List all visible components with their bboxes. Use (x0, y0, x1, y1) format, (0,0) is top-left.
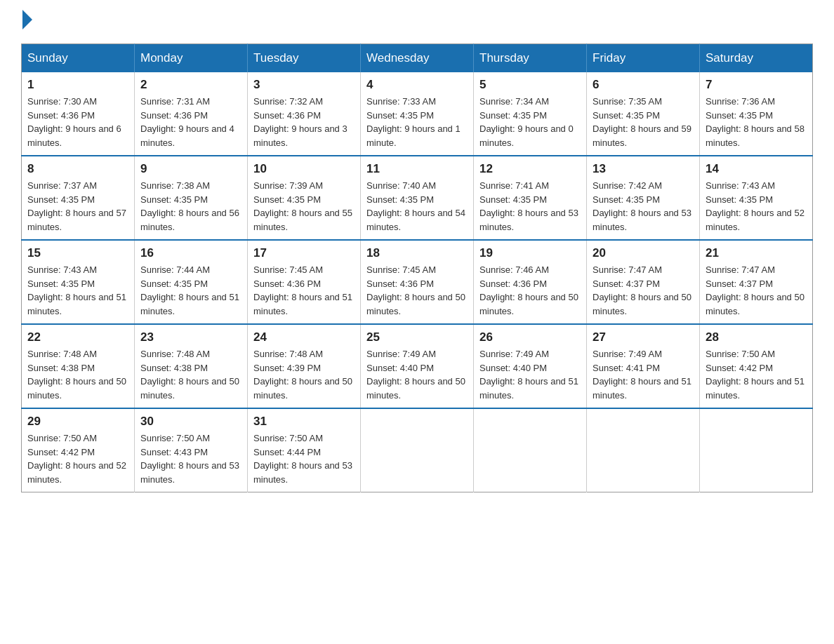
calendar-header-row: SundayMondayTuesdayWednesdayThursdayFrid… (22, 44, 813, 73)
calendar-cell: 20 Sunrise: 7:47 AMSunset: 4:37 PMDaylig… (587, 240, 700, 324)
day-number: 17 (253, 246, 355, 260)
day-info: Sunrise: 7:43 AMSunset: 4:35 PMDaylight:… (706, 179, 807, 234)
day-info: Sunrise: 7:45 AMSunset: 4:36 PMDaylight:… (253, 263, 355, 318)
calendar-cell: 25 Sunrise: 7:49 AMSunset: 4:40 PMDaylig… (361, 324, 474, 408)
day-number: 4 (366, 78, 468, 92)
day-info: Sunrise: 7:37 AMSunset: 4:35 PMDaylight:… (27, 179, 128, 234)
calendar-cell (700, 408, 813, 492)
calendar-cell: 15 Sunrise: 7:43 AMSunset: 4:35 PMDaylig… (22, 240, 135, 324)
day-info: Sunrise: 7:32 AMSunset: 4:36 PMDaylight:… (253, 95, 355, 149)
calendar-cell: 9 Sunrise: 7:38 AMSunset: 4:35 PMDayligh… (135, 156, 248, 240)
day-number: 25 (366, 330, 468, 344)
day-info: Sunrise: 7:49 AMSunset: 4:41 PMDaylight:… (593, 347, 694, 402)
day-info: Sunrise: 7:47 AMSunset: 4:37 PMDaylight:… (593, 263, 694, 318)
day-number: 21 (706, 246, 807, 260)
day-number: 9 (140, 162, 241, 176)
day-info: Sunrise: 7:36 AMSunset: 4:35 PMDaylight:… (706, 95, 807, 149)
day-number: 30 (140, 415, 241, 429)
calendar-cell: 17 Sunrise: 7:45 AMSunset: 4:36 PMDaylig… (248, 240, 361, 324)
calendar-cell (587, 408, 700, 492)
calendar-cell: 10 Sunrise: 7:39 AMSunset: 4:35 PMDaylig… (248, 156, 361, 240)
calendar-cell: 18 Sunrise: 7:45 AMSunset: 4:36 PMDaylig… (361, 240, 474, 324)
day-info: Sunrise: 7:50 AMSunset: 4:42 PMDaylight:… (706, 347, 807, 402)
day-number: 29 (27, 415, 128, 429)
calendar-cell: 5 Sunrise: 7:34 AMSunset: 4:35 PMDayligh… (474, 72, 587, 156)
calendar-cell: 23 Sunrise: 7:48 AMSunset: 4:38 PMDaylig… (135, 324, 248, 408)
day-number: 5 (479, 78, 581, 92)
day-number: 2 (140, 78, 241, 92)
day-info: Sunrise: 7:46 AMSunset: 4:36 PMDaylight:… (479, 263, 581, 318)
day-info: Sunrise: 7:43 AMSunset: 4:35 PMDaylight:… (27, 263, 128, 318)
day-number: 18 (366, 246, 468, 260)
day-info: Sunrise: 7:50 AMSunset: 4:42 PMDaylight:… (27, 431, 128, 486)
calendar-cell: 27 Sunrise: 7:49 AMSunset: 4:41 PMDaylig… (587, 324, 700, 408)
day-number: 3 (253, 78, 355, 92)
calendar-cell: 16 Sunrise: 7:44 AMSunset: 4:35 PMDaylig… (135, 240, 248, 324)
day-info: Sunrise: 7:50 AMSunset: 4:44 PMDaylight:… (253, 431, 355, 486)
day-number: 13 (593, 162, 694, 176)
day-info: Sunrise: 7:48 AMSunset: 4:38 PMDaylight:… (27, 347, 128, 402)
calendar-cell: 12 Sunrise: 7:41 AMSunset: 4:35 PMDaylig… (474, 156, 587, 240)
day-number: 10 (253, 162, 355, 176)
day-info: Sunrise: 7:50 AMSunset: 4:43 PMDaylight:… (140, 431, 241, 486)
calendar-cell: 4 Sunrise: 7:33 AMSunset: 4:35 PMDayligh… (361, 72, 474, 156)
day-number: 8 (27, 162, 128, 176)
day-number: 14 (706, 162, 807, 176)
calendar-cell: 24 Sunrise: 7:48 AMSunset: 4:39 PMDaylig… (248, 324, 361, 408)
calendar-header-wednesday: Wednesday (361, 44, 474, 73)
calendar-week-row: 22 Sunrise: 7:48 AMSunset: 4:38 PMDaylig… (22, 324, 813, 408)
calendar-header-monday: Monday (135, 44, 248, 73)
calendar-week-row: 29 Sunrise: 7:50 AMSunset: 4:42 PMDaylig… (22, 408, 813, 492)
calendar-cell (474, 408, 587, 492)
day-info: Sunrise: 7:42 AMSunset: 4:35 PMDaylight:… (593, 179, 694, 234)
day-number: 26 (479, 330, 581, 344)
day-number: 15 (27, 246, 128, 260)
calendar-week-row: 8 Sunrise: 7:37 AMSunset: 4:35 PMDayligh… (22, 156, 813, 240)
day-info: Sunrise: 7:48 AMSunset: 4:38 PMDaylight:… (140, 347, 241, 402)
calendar-cell: 14 Sunrise: 7:43 AMSunset: 4:35 PMDaylig… (700, 156, 813, 240)
calendar-week-row: 1 Sunrise: 7:30 AMSunset: 4:36 PMDayligh… (22, 72, 813, 156)
calendar-cell (361, 408, 474, 492)
day-info: Sunrise: 7:48 AMSunset: 4:39 PMDaylight:… (253, 347, 355, 402)
calendar-cell: 7 Sunrise: 7:36 AMSunset: 4:35 PMDayligh… (700, 72, 813, 156)
calendar-header-saturday: Saturday (700, 44, 813, 73)
calendar-header-thursday: Thursday (474, 44, 587, 73)
day-number: 31 (253, 415, 355, 429)
calendar-cell: 11 Sunrise: 7:40 AMSunset: 4:35 PMDaylig… (361, 156, 474, 240)
day-number: 23 (140, 330, 241, 344)
calendar-cell: 19 Sunrise: 7:46 AMSunset: 4:36 PMDaylig… (474, 240, 587, 324)
day-number: 27 (593, 330, 694, 344)
calendar-week-row: 15 Sunrise: 7:43 AMSunset: 4:35 PMDaylig… (22, 240, 813, 324)
day-info: Sunrise: 7:49 AMSunset: 4:40 PMDaylight:… (366, 347, 468, 402)
calendar-header-tuesday: Tuesday (248, 44, 361, 73)
calendar-cell: 30 Sunrise: 7:50 AMSunset: 4:43 PMDaylig… (135, 408, 248, 492)
day-number: 19 (479, 246, 581, 260)
day-info: Sunrise: 7:49 AMSunset: 4:40 PMDaylight:… (479, 347, 581, 402)
calendar-cell: 2 Sunrise: 7:31 AMSunset: 4:36 PMDayligh… (135, 72, 248, 156)
calendar-header-sunday: Sunday (22, 44, 135, 73)
day-info: Sunrise: 7:41 AMSunset: 4:35 PMDaylight:… (479, 179, 581, 234)
calendar-cell: 26 Sunrise: 7:49 AMSunset: 4:40 PMDaylig… (474, 324, 587, 408)
calendar-header-friday: Friday (587, 44, 700, 73)
day-info: Sunrise: 7:47 AMSunset: 4:37 PMDaylight:… (706, 263, 807, 318)
day-number: 22 (27, 330, 128, 344)
calendar-table: SundayMondayTuesdayWednesdayThursdayFrid… (21, 43, 813, 492)
calendar-cell: 22 Sunrise: 7:48 AMSunset: 4:38 PMDaylig… (22, 324, 135, 408)
calendar-cell: 28 Sunrise: 7:50 AMSunset: 4:42 PMDaylig… (700, 324, 813, 408)
calendar-cell: 1 Sunrise: 7:30 AMSunset: 4:36 PMDayligh… (22, 72, 135, 156)
day-info: Sunrise: 7:40 AMSunset: 4:35 PMDaylight:… (366, 179, 468, 234)
day-info: Sunrise: 7:44 AMSunset: 4:35 PMDaylight:… (140, 263, 241, 318)
day-info: Sunrise: 7:34 AMSunset: 4:35 PMDaylight:… (479, 95, 581, 149)
calendar-cell: 31 Sunrise: 7:50 AMSunset: 4:44 PMDaylig… (248, 408, 361, 492)
logo (21, 14, 32, 29)
calendar-cell: 21 Sunrise: 7:47 AMSunset: 4:37 PMDaylig… (700, 240, 813, 324)
day-number: 7 (706, 78, 807, 92)
calendar-cell: 3 Sunrise: 7:32 AMSunset: 4:36 PMDayligh… (248, 72, 361, 156)
day-number: 20 (593, 246, 694, 260)
day-info: Sunrise: 7:35 AMSunset: 4:35 PMDaylight:… (593, 95, 694, 149)
logo-arrow-icon (22, 10, 32, 29)
day-number: 12 (479, 162, 581, 176)
day-info: Sunrise: 7:38 AMSunset: 4:35 PMDaylight:… (140, 179, 241, 234)
day-info: Sunrise: 7:31 AMSunset: 4:36 PMDaylight:… (140, 95, 241, 149)
day-number: 16 (140, 246, 241, 260)
